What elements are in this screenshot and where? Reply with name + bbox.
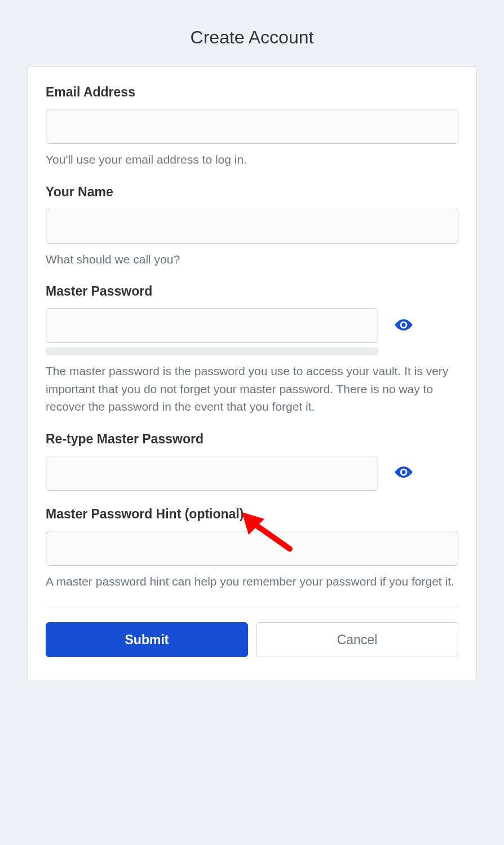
name-label: Your Name — [46, 184, 458, 200]
name-group: Your Name What should we call you? — [46, 184, 458, 269]
toggle-password-visibility-button[interactable] — [392, 313, 415, 338]
name-input[interactable] — [46, 209, 458, 244]
email-help: You'll use your email address to log in. — [46, 151, 458, 169]
divider — [46, 606, 458, 606]
email-label: Email Address — [46, 85, 458, 100]
page-title: Create Account — [0, 0, 504, 66]
cancel-button[interactable]: Cancel — [256, 622, 458, 657]
master-password-input[interactable] — [46, 308, 378, 343]
email-group: Email Address You'll use your email addr… — [46, 85, 458, 169]
retype-password-label: Re-type Master Password — [46, 432, 458, 447]
toggle-retype-password-visibility-button[interactable] — [392, 460, 415, 486]
retype-password-group: Re-type Master Password — [46, 432, 458, 491]
name-help: What should we call you? — [46, 250, 458, 269]
email-input[interactable] — [46, 109, 458, 144]
eye-icon — [394, 463, 413, 483]
eye-icon — [394, 315, 413, 336]
form-card: Email Address You'll use your email addr… — [27, 66, 477, 680]
master-password-label: Master Password — [46, 284, 458, 299]
master-password-help: The master password is the password you … — [46, 362, 458, 416]
hint-label: Master Password Hint (optional) — [46, 507, 458, 522]
hint-input[interactable] — [46, 531, 458, 566]
password-strength-bar — [46, 347, 378, 355]
submit-button[interactable]: Submit — [46, 622, 248, 657]
button-row: Submit Cancel — [46, 622, 458, 657]
retype-password-input[interactable] — [46, 456, 378, 491]
hint-group: Master Password Hint (optional) A master… — [46, 507, 458, 591]
hint-help: A master password hint can help you reme… — [46, 573, 458, 591]
master-password-group: Master Password The master password is t… — [46, 284, 458, 416]
